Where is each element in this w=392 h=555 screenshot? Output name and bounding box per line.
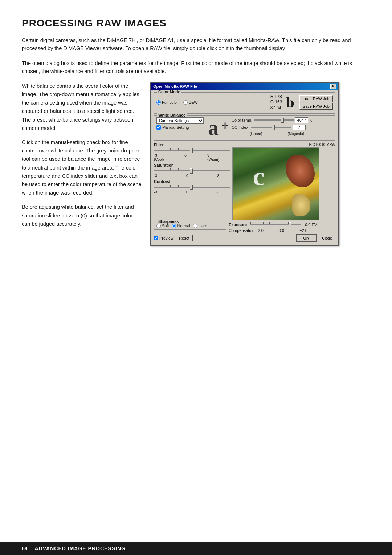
- image-filename: PICT0010.MRW: [232, 143, 335, 147]
- filter-image-row: Filter: [154, 143, 335, 220]
- filter-scale: -3(Cool) 0 3(Warm): [154, 154, 219, 162]
- saturation-scale: -3 0 3: [154, 174, 219, 178]
- filter-thumb[interactable]: [190, 148, 193, 153]
- sharpness-soft-radio[interactable]: [156, 224, 161, 228]
- green-magenta-labels: (Green) (Magenta): [250, 132, 304, 136]
- bw-option[interactable]: B&W: [183, 100, 198, 105]
- left-paragraph-3: Before adjusting white balance, set the …: [22, 203, 142, 228]
- bw-label: B&W: [189, 100, 198, 105]
- preview-checkbox[interactable]: [154, 236, 158, 240]
- dialog-close-button[interactable]: ×: [330, 84, 336, 89]
- reset-button[interactable]: Reset: [176, 235, 193, 241]
- color-temp-unit: K: [310, 118, 312, 122]
- left-paragraph-1: White balance controls the overall color…: [22, 82, 142, 132]
- big-letter-b: b: [286, 95, 294, 110]
- color-temp-label: Color temp.: [232, 118, 252, 122]
- cc-index-row: CC Index 7: [232, 125, 333, 130]
- saturation-slider-row: -3 0 3: [154, 168, 230, 178]
- save-raw-job-button[interactable]: Save RAW Job: [299, 103, 333, 110]
- sharpness-hard-radio[interactable]: [193, 224, 197, 228]
- exposure-thumb[interactable]: [289, 222, 291, 227]
- dialog-title: Open Minolta-RAW File: [153, 84, 197, 89]
- contrast-min: -3: [154, 190, 157, 194]
- exposure-track: [250, 224, 301, 225]
- exposure-slider-container: [250, 222, 301, 228]
- manual-setting-checkbox[interactable]: [156, 125, 161, 130]
- exposure-value: 0.0 EV: [305, 223, 317, 227]
- cc-index-label: CC Index: [232, 125, 248, 130]
- filter-zero: 0: [184, 154, 187, 162]
- ok-button[interactable]: OK: [296, 234, 317, 242]
- saturation-track-container: [154, 168, 230, 174]
- bw-radio[interactable]: [183, 100, 188, 105]
- cc-index-input[interactable]: 7: [293, 125, 306, 130]
- preview-checkbox-row[interactable]: Preview: [154, 236, 173, 240]
- color-temp-thumb[interactable]: [281, 118, 284, 123]
- filter-track-container: [154, 148, 230, 154]
- sharpness-hard-label: Hard: [199, 224, 207, 228]
- dialog-buttons-row: Preview Reset OK Close: [154, 234, 335, 242]
- dropper-tool-icon[interactable]: ✛: [221, 121, 229, 131]
- filter-max: 3(Warm): [207, 154, 219, 162]
- saturation-thumb[interactable]: [190, 168, 193, 174]
- page-title: PROCESSING RAW IMAGES: [22, 17, 370, 29]
- close-button[interactable]: Close: [319, 234, 335, 242]
- cc-index-thumb[interactable]: [272, 125, 275, 130]
- sharpness-normal-radio[interactable]: [172, 224, 176, 228]
- image-preview-section: PICT0010.MRW c: [232, 143, 335, 220]
- dialog-titlebar: Open Minolta-RAW File ×: [151, 83, 338, 90]
- color-temp-slider-container: [254, 119, 294, 121]
- contrast-label: Contrast: [154, 179, 230, 184]
- color-temp-row: Color temp. 4647 K: [232, 117, 333, 123]
- preview-reset-row: Preview Reset: [154, 235, 193, 241]
- color-temp-track: [254, 119, 294, 121]
- camera-settings-dropdown[interactable]: Camera Settings: [156, 117, 204, 124]
- color-mode-radio-group: Full color B&W: [156, 100, 198, 105]
- contrast-track-container: [154, 184, 230, 190]
- sharpness-label: Sharpness: [157, 219, 180, 224]
- saturation-max: 3: [217, 174, 219, 178]
- saturation-min: -3: [154, 174, 157, 178]
- big-letter-a: a: [208, 117, 219, 138]
- sharpness-normal-option[interactable]: Normal: [172, 224, 190, 228]
- contrast-max: 3: [217, 190, 219, 194]
- color-mode-label: Color Mode: [157, 90, 181, 94]
- preview-image: c: [232, 147, 319, 220]
- load-save-buttons: Load RAW Job Save RAW Job: [299, 95, 333, 110]
- rgb-display: R:178 G:163 8:164 b Load RAW Job Save RA…: [270, 94, 333, 111]
- exposure-scale: -2.0 0.0 +2.0: [257, 228, 307, 233]
- white-balance-section: White Balance Camera Settings: [154, 115, 335, 141]
- load-raw-job-button[interactable]: Load RAW Job: [299, 95, 333, 102]
- full-color-option[interactable]: Full color: [156, 100, 178, 105]
- sharpness-normal-label: Normal: [177, 224, 190, 228]
- green-label: (Green): [250, 132, 262, 136]
- magenta-label: (Magenta): [287, 132, 304, 136]
- white-balance-row: Camera Settings Manual Setting a: [156, 117, 333, 138]
- filter-slider-row: -3(Cool) 0 3(Warm): [154, 148, 230, 162]
- cc-index-track: [251, 127, 291, 128]
- exposure-label: Exposure: [229, 223, 247, 227]
- ok-close-row: OK Close: [296, 234, 335, 242]
- full-color-radio[interactable]: [156, 100, 161, 105]
- exp-max: +2.0: [299, 228, 307, 233]
- contrast-scale: -3 0 3: [154, 190, 219, 194]
- wb-left-controls: Camera Settings Manual Setting: [156, 117, 205, 130]
- exposure-section: Exposure 0.0 EV: [229, 222, 335, 233]
- page-content: PROCESSING RAW IMAGES Certain digital ca…: [0, 0, 392, 246]
- intro-paragraph-2: The open dialog box is used to define th…: [22, 59, 370, 76]
- filter-label: Filter: [154, 143, 230, 147]
- color-temp-input[interactable]: 4647: [295, 117, 308, 123]
- cc-index-slider-container: [251, 127, 291, 128]
- left-paragraph-2: Click on the manual-setting check box fo…: [22, 138, 142, 197]
- left-column: White balance controls the overall color…: [22, 82, 142, 246]
- sliders-section: Filter: [154, 143, 230, 220]
- wb-dropdown-row: Camera Settings: [156, 117, 205, 124]
- color-mode-section: Color Mode Full color B&W: [154, 92, 335, 114]
- manual-setting-row: Manual Setting: [156, 125, 205, 130]
- contrast-slider-row: -3 0 3: [154, 184, 230, 194]
- sharpness-soft-option[interactable]: Soft: [156, 224, 169, 228]
- contrast-thumb[interactable]: [190, 185, 193, 190]
- filter-min: -3(Cool): [154, 154, 164, 162]
- sharpness-hard-option[interactable]: Hard: [193, 224, 207, 228]
- two-column-layout: White balance controls the overall color…: [22, 82, 370, 246]
